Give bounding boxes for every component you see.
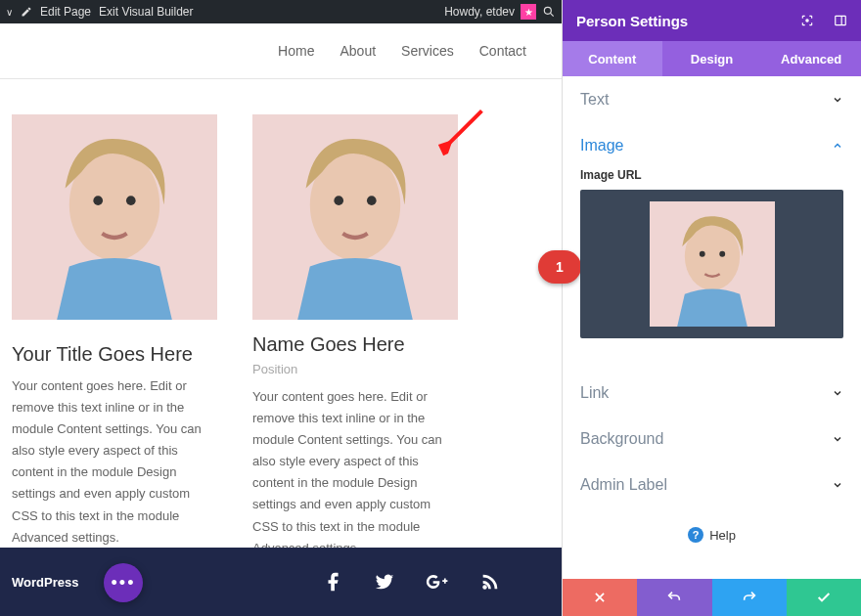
rss-icon[interactable] — [479, 571, 501, 593]
card-title[interactable]: Name Goes Here — [252, 333, 458, 356]
card-position[interactable]: Position — [252, 362, 458, 376]
undo-icon — [666, 590, 682, 605]
avatar-icon[interactable]: ★ — [521, 4, 536, 20]
google-plus-icon[interactable] — [425, 571, 450, 593]
section-toggle[interactable]: Link — [580, 384, 843, 402]
chevron-down-icon — [832, 94, 843, 106]
svg-point-5 — [126, 196, 136, 205]
image-thumbnail[interactable] — [650, 201, 775, 327]
site-nav: Home About Services Contact — [0, 23, 562, 78]
site-footer: WordPress — [0, 548, 562, 616]
person-image[interactable] — [252, 114, 458, 320]
settings-panel: Person Settings Content Design Advanced … — [563, 0, 861, 616]
tab-content[interactable]: Content — [563, 41, 662, 76]
svg-point-9 — [367, 196, 377, 205]
edit-page-link[interactable]: Edit Page — [40, 5, 91, 19]
wp-menu-chevron-icon[interactable]: ∨ — [6, 7, 13, 18]
builder-fab-button[interactable]: ••• — [104, 563, 143, 602]
image-url-label: Image URL — [580, 168, 843, 182]
section-title: Background — [580, 430, 663, 448]
section-toggle[interactable]: Admin Label — [580, 476, 843, 494]
footer-social — [323, 571, 550, 593]
svg-point-8 — [334, 196, 343, 205]
redo-icon — [742, 590, 757, 605]
nav-services[interactable]: Services — [401, 43, 454, 59]
svg-point-0 — [544, 7, 551, 14]
svg-point-18 — [719, 251, 725, 257]
section-title: Text — [580, 91, 609, 109]
panel-header[interactable]: Person Settings — [563, 0, 861, 41]
dock-icon[interactable] — [834, 14, 847, 27]
twitter-icon[interactable] — [374, 571, 395, 593]
nav-contact[interactable]: Contact — [479, 43, 526, 59]
pencil-icon[interactable] — [21, 6, 32, 18]
svg-point-12 — [806, 20, 808, 22]
section-toggle[interactable]: Text — [580, 91, 843, 109]
tab-design[interactable]: Design — [662, 41, 762, 76]
nav-home[interactable]: Home — [278, 43, 314, 59]
tab-advanced[interactable]: Advanced — [761, 41, 861, 76]
howdy-text[interactable]: Howdy, etdev — [444, 5, 515, 19]
card-title[interactable]: Your Title Goes Here — [12, 343, 217, 366]
section-title: Link — [580, 384, 609, 402]
focus-icon[interactable] — [800, 14, 814, 27]
panel-body: Text Image Image URL — [563, 76, 861, 579]
section-admin-label: Admin Label — [580, 462, 843, 507]
chevron-down-icon — [832, 433, 843, 445]
image-upload-well[interactable] — [580, 190, 843, 338]
svg-point-4 — [93, 196, 103, 205]
svg-point-17 — [699, 251, 704, 257]
section-text: Text — [580, 76, 843, 122]
person-cards: Your Title Goes Here Your content goes h… — [0, 79, 562, 579]
page-preview: ∨ Edit Page Exit Visual Builder Howdy, e… — [0, 0, 563, 616]
section-toggle[interactable]: Background — [580, 430, 843, 448]
person-image[interactable] — [12, 114, 217, 320]
person-card[interactable]: Name Goes Here Position Your content goe… — [252, 114, 458, 559]
section-image: Image Image URL — [580, 122, 843, 352]
section-title: Image — [580, 137, 623, 154]
section-link: Link — [580, 370, 843, 416]
card-body[interactable]: Your content goes here. Edit or remove t… — [12, 375, 217, 549]
footer-brand: WordPress — [12, 575, 78, 590]
person-card[interactable]: Your Title Goes Here Your content goes h… — [12, 114, 217, 559]
chevron-down-icon — [832, 479, 843, 491]
panel-title: Person Settings — [576, 13, 688, 29]
panel-tabs: Content Design Advanced — [563, 41, 861, 76]
help-icon: ? — [688, 527, 703, 543]
help-label: Help — [709, 528, 736, 543]
chevron-down-icon — [832, 387, 843, 399]
close-icon — [593, 591, 607, 604]
redo-button[interactable] — [712, 579, 787, 616]
section-background: Background — [580, 416, 843, 462]
section-toggle[interactable]: Image — [580, 137, 843, 154]
check-icon — [816, 590, 832, 605]
help-link[interactable]: ? Help — [580, 507, 843, 558]
cancel-button[interactable] — [563, 579, 637, 616]
chevron-up-icon — [832, 140, 843, 152]
undo-button[interactable] — [637, 579, 711, 616]
search-icon[interactable] — [542, 5, 556, 19]
svg-rect-13 — [836, 16, 846, 24]
wp-admin-bar: ∨ Edit Page Exit Visual Builder Howdy, e… — [0, 0, 562, 23]
svg-line-1 — [550, 13, 553, 16]
section-title: Admin Label — [580, 476, 667, 494]
card-body[interactable]: Your content goes here. Edit or remove t… — [252, 386, 458, 559]
exit-builder-link[interactable]: Exit Visual Builder — [99, 5, 194, 19]
confirm-button[interactable] — [787, 579, 861, 616]
panel-actions — [563, 579, 861, 616]
svg-point-11 — [482, 585, 486, 589]
facebook-icon[interactable] — [323, 571, 344, 593]
nav-about[interactable]: About — [340, 43, 376, 59]
